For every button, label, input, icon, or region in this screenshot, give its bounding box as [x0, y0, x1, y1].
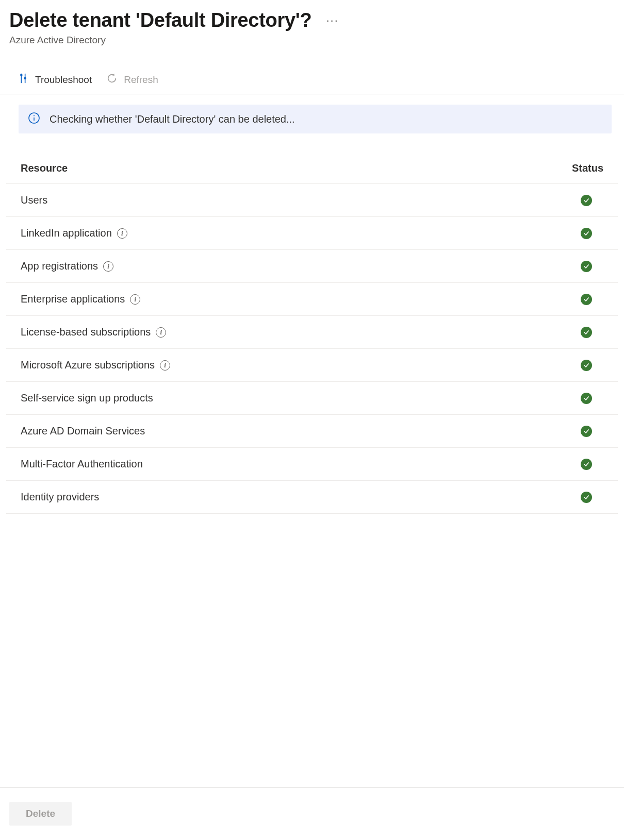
status-ok-icon [581, 492, 592, 503]
info-icon[interactable]: i [117, 228, 127, 239]
status-ok-icon [581, 294, 592, 305]
resource-name: Identity providers [21, 491, 99, 503]
info-icon[interactable]: i [160, 360, 170, 371]
resource-name: Azure AD Domain Services [21, 425, 145, 437]
table-row: Identity providers [6, 481, 618, 514]
table-row: Multi-Factor Authentication [6, 448, 618, 481]
resource-name: Enterprise applications [21, 293, 125, 305]
info-icon [28, 112, 40, 126]
status-ok-icon [581, 360, 592, 371]
table-row: Microsoft Azure subscriptionsi [6, 349, 618, 382]
resource-name: Users [21, 194, 47, 206]
info-icon[interactable]: i [103, 261, 113, 272]
troubleshoot-icon [18, 73, 29, 87]
refresh-button[interactable]: Refresh [106, 73, 158, 87]
footer: Delete [0, 787, 624, 840]
table-row: License-based subscriptionsi [6, 316, 618, 349]
status-ok-icon [581, 459, 592, 470]
page-title: Delete tenant 'Default Directory'? [9, 9, 311, 31]
table-row: Users [6, 184, 618, 217]
more-actions-icon[interactable]: ··· [326, 14, 338, 27]
resource-name: App registrations [21, 260, 98, 272]
delete-button[interactable]: Delete [9, 802, 72, 826]
header: Delete tenant 'Default Directory'? ··· A… [0, 0, 624, 51]
status-ok-icon [581, 261, 592, 272]
info-icon[interactable]: i [156, 327, 166, 338]
svg-point-3 [24, 78, 26, 79]
resource-name: License-based subscriptions [21, 326, 151, 338]
troubleshoot-label: Troubleshoot [35, 74, 92, 86]
resource-name: Self-service sign up products [21, 392, 153, 404]
refresh-label: Refresh [124, 74, 158, 86]
resource-name: LinkedIn application [21, 227, 112, 239]
status-ok-icon [581, 327, 592, 338]
toolbar: Troubleshoot Refresh [0, 65, 624, 94]
col-header-status: Status [531, 162, 603, 174]
troubleshoot-button[interactable]: Troubleshoot [18, 73, 92, 87]
table-row: Self-service sign up products [6, 382, 618, 415]
table-row: Azure AD Domain Services [6, 415, 618, 448]
refresh-icon [106, 73, 118, 87]
page-subtitle: Azure Active Directory [9, 35, 615, 46]
resource-name: Microsoft Azure subscriptions [21, 359, 155, 371]
svg-point-0 [21, 74, 22, 76]
resource-table: Resource Status UsersLinkedIn applicatio… [6, 162, 618, 514]
resource-name: Multi-Factor Authentication [21, 458, 143, 470]
svg-point-8 [34, 115, 35, 116]
status-ok-icon [581, 393, 592, 404]
status-ok-icon [581, 195, 592, 206]
col-header-resource: Resource [21, 162, 531, 174]
status-ok-icon [581, 228, 592, 239]
table-row: Enterprise applicationsi [6, 283, 618, 316]
info-icon[interactable]: i [130, 294, 140, 305]
info-banner: Checking whether 'Default Directory' can… [19, 105, 612, 133]
table-row: LinkedIn applicationi [6, 217, 618, 250]
table-row: App registrationsi [6, 250, 618, 283]
banner-text: Checking whether 'Default Directory' can… [50, 113, 295, 125]
status-ok-icon [581, 426, 592, 437]
